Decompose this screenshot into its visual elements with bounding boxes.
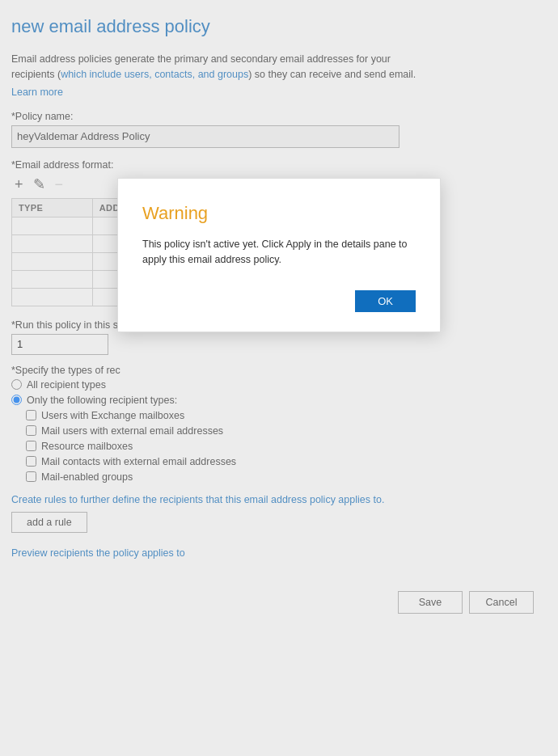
modal-title: Warning (142, 203, 416, 224)
modal-body: This policy isn't active yet. Click Appl… (142, 237, 416, 268)
modal-overlay: Warning This policy isn't active yet. Cl… (0, 0, 558, 756)
modal-footer: OK (142, 290, 416, 312)
modal-ok-button[interactable]: OK (355, 290, 416, 312)
modal-box: Warning This policy isn't active yet. Cl… (117, 178, 441, 332)
